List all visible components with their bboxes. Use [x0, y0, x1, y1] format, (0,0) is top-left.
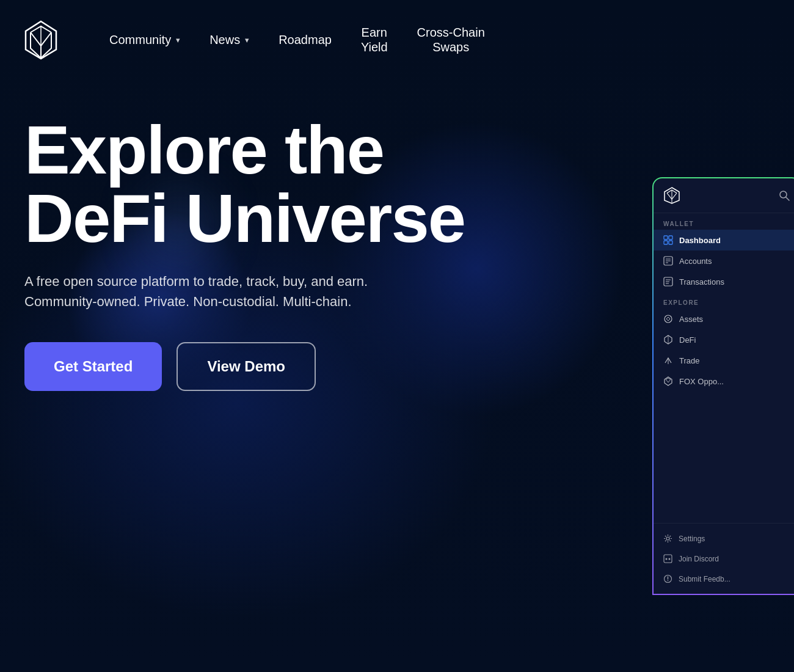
get-started-button[interactable]: Get Started	[24, 342, 162, 391]
chevron-down-icon: ▾	[245, 35, 249, 45]
feedback-icon	[663, 574, 672, 583]
app-menu-submit-feedback[interactable]: Submit Feedb...	[654, 569, 794, 589]
search-icon[interactable]	[778, 189, 790, 202]
app-menu-fox-oppo[interactable]: FOX Oppo...	[654, 371, 794, 392]
app-menu-accounts[interactable]: Accounts	[654, 250, 794, 271]
nav-item-cross-chain-swaps[interactable]: Cross-ChainSwaps	[402, 20, 500, 59]
svg-rect-10	[669, 241, 672, 244]
hero-subtitle: A free open source platform to trade, tr…	[24, 271, 440, 312]
nav-item-earn-yield[interactable]: EarnYield	[346, 20, 402, 59]
defi-icon	[663, 335, 673, 345]
app-panel-content: WALLET Dashboard Accounts	[654, 178, 794, 594]
accounts-label: Accounts	[679, 257, 712, 266]
hero-title: Explore the DeFi Universe	[24, 116, 525, 253]
hero-buttons: Get Started View Demo	[24, 342, 525, 391]
nav-label-community: Community	[109, 33, 171, 47]
fox-icon	[663, 376, 673, 386]
nav-links: Community ▾ News ▾ Roadmap EarnYield Cro…	[95, 20, 770, 59]
settings-label: Settings	[679, 535, 705, 543]
app-topbar	[654, 178, 794, 213]
logo[interactable]	[24, 20, 58, 60]
navbar: Community ▾ News ▾ Roadmap EarnYield Cro…	[0, 0, 794, 79]
svg-point-27	[669, 558, 671, 560]
assets-icon	[663, 314, 673, 324]
svg-rect-8	[669, 236, 672, 239]
hero-title-line2: DeFi Universe	[24, 180, 465, 257]
svg-point-19	[665, 315, 672, 323]
fox-oppo-label: FOX Oppo...	[679, 377, 724, 386]
svg-line-6	[786, 197, 789, 200]
nav-label-roadmap: Roadmap	[279, 33, 332, 47]
nav-item-roadmap[interactable]: Roadmap	[264, 28, 346, 52]
app-menu-join-discord[interactable]: Join Discord	[654, 549, 794, 569]
app-logo-icon	[663, 187, 680, 204]
defi-label: DeFi	[679, 335, 696, 345]
nav-item-news[interactable]: News ▾	[195, 28, 264, 52]
svg-rect-7	[664, 236, 668, 239]
dashboard-icon	[663, 235, 673, 245]
nav-label-cross-chain-swaps: Cross-ChainSwaps	[417, 25, 485, 54]
svg-point-30	[668, 580, 669, 582]
app-spacer	[654, 392, 794, 523]
assets-label: Assets	[679, 315, 703, 324]
svg-point-5	[780, 191, 787, 198]
svg-rect-25	[664, 555, 672, 563]
svg-rect-9	[664, 241, 668, 244]
chevron-down-icon: ▾	[176, 35, 180, 45]
trade-label: Trade	[679, 356, 699, 365]
app-menu-settings[interactable]: Settings	[654, 528, 794, 549]
settings-icon	[663, 534, 672, 543]
app-menu-transactions[interactable]: Transactions	[654, 271, 794, 292]
trade-icon	[663, 356, 673, 365]
app-screenshot-panel: WALLET Dashboard Accounts	[652, 177, 794, 595]
view-demo-button[interactable]: View Demo	[177, 342, 316, 391]
app-menu-dashboard[interactable]: Dashboard	[654, 230, 794, 250]
accounts-icon	[663, 256, 673, 266]
hero-title-line1: Explore the	[24, 112, 384, 188]
nav-item-community[interactable]: Community ▾	[95, 28, 195, 52]
submit-feedback-label: Submit Feedb...	[679, 575, 730, 583]
dashboard-label: Dashboard	[679, 236, 721, 245]
transactions-label: Transactions	[679, 277, 724, 287]
app-menu-trade[interactable]: Trade	[654, 350, 794, 371]
svg-point-26	[666, 558, 668, 560]
transactions-icon	[663, 277, 673, 287]
explore-section-label: EXPLORE	[654, 292, 794, 309]
hero-section: Explore the DeFi Universe A free open so…	[0, 79, 525, 391]
svg-point-24	[666, 537, 669, 540]
nav-label-earn-yield: EarnYield	[361, 25, 388, 54]
logo-icon	[24, 20, 58, 60]
app-bottom-section: Settings Join Discord Submit Feedb...	[654, 523, 794, 594]
discord-icon	[663, 554, 672, 563]
wallet-section-label: WALLET	[654, 213, 794, 230]
app-menu-assets[interactable]: Assets	[654, 309, 794, 329]
app-menu-defi[interactable]: DeFi	[654, 329, 794, 350]
nav-label-news: News	[209, 33, 240, 47]
join-discord-label: Join Discord	[679, 555, 719, 563]
